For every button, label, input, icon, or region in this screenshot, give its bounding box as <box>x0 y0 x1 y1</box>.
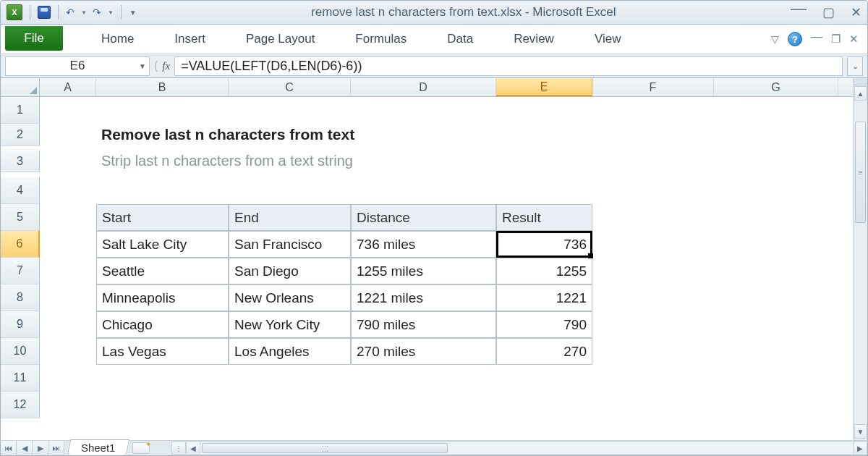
cell[interactable] <box>592 338 714 365</box>
cell[interactable] <box>40 231 96 258</box>
redo-icon[interactable]: ↷ <box>93 7 101 18</box>
row-header[interactable]: 7 <box>1 258 40 284</box>
table-cell[interactable]: 1221 <box>496 284 592 311</box>
mdi-restore-icon[interactable]: ❐ <box>831 33 841 46</box>
cell[interactable] <box>1 172 40 177</box>
scroll-down-icon[interactable]: ▼ <box>854 424 867 439</box>
cell[interactable] <box>592 311 714 338</box>
table-cell[interactable]: 736 <box>496 231 592 258</box>
grid[interactable]: A B C D E F G 1 2 Remove last n characte… <box>1 78 853 440</box>
table-cell[interactable]: 1255 <box>496 258 592 284</box>
hsplit-handle[interactable]: ⋮ <box>171 442 186 455</box>
cell[interactable] <box>229 97 351 124</box>
cell[interactable] <box>96 97 229 124</box>
scroll-left-icon[interactable]: ◀ <box>186 442 200 455</box>
tab-formulas[interactable]: Formulas <box>335 25 427 54</box>
close-icon[interactable]: ✕ <box>851 4 861 20</box>
table-cell[interactable]: 270 <box>496 338 592 365</box>
fx-icon[interactable]: fx <box>162 60 170 72</box>
cell[interactable] <box>496 177 592 204</box>
cell[interactable] <box>496 365 592 392</box>
vscroll-thumb[interactable] <box>855 122 866 223</box>
table-cell[interactable]: New Orleans <box>229 284 351 311</box>
table-cell[interactable]: 790 <box>496 311 592 338</box>
col-header-f[interactable]: F <box>592 78 714 96</box>
cell[interactable] <box>714 204 838 231</box>
undo-icon[interactable]: ↶ <box>66 7 75 18</box>
cell[interactable] <box>40 311 96 338</box>
new-sheet-icon[interactable] <box>132 442 150 454</box>
maximize-icon[interactable]: ▢ <box>822 4 835 20</box>
cell[interactable] <box>96 365 229 392</box>
table-cell[interactable]: Minneapolis <box>96 284 229 311</box>
tab-data[interactable]: Data <box>427 25 493 54</box>
tab-insert[interactable]: Insert <box>154 25 226 54</box>
row-header[interactable]: 8 <box>1 284 40 311</box>
ribbon-minimize-icon[interactable]: ▽ <box>771 33 779 45</box>
table-cell[interactable]: New York City <box>229 311 351 338</box>
cell[interactable] <box>229 392 351 418</box>
cell[interactable] <box>714 177 838 204</box>
row-header[interactable]: 5 <box>1 204 40 231</box>
redo-dropdown-icon[interactable]: ▼ <box>108 9 114 16</box>
col-header-d[interactable]: D <box>351 78 496 96</box>
name-box-dropdown-icon[interactable]: ▼ <box>139 62 146 70</box>
vertical-scrollbar[interactable]: ▲ ▼ <box>853 78 867 440</box>
row-header[interactable]: 1 <box>1 97 40 124</box>
sheet-nav-last-icon[interactable]: ⏭ <box>48 441 64 455</box>
cell[interactable] <box>714 284 838 311</box>
hscroll-track[interactable] <box>200 442 853 455</box>
cell[interactable] <box>40 177 96 204</box>
cell[interactable] <box>592 177 714 204</box>
table-cell[interactable]: Los Angeles <box>229 338 351 365</box>
col-header-c[interactable]: C <box>229 78 351 96</box>
subtitle-cell[interactable]: Strip last n characters from a text stri… <box>96 151 714 172</box>
cell[interactable] <box>40 392 96 418</box>
excel-logo-icon[interactable]: X <box>7 4 22 20</box>
col-header-a[interactable]: A <box>40 78 96 96</box>
cell[interactable] <box>229 365 351 392</box>
help-icon[interactable]: ? <box>788 32 802 46</box>
minimize-icon[interactable]: ― <box>791 0 807 18</box>
cell[interactable] <box>40 338 96 365</box>
title-cell[interactable]: Remove last n characters from text <box>96 124 714 146</box>
row-header[interactable]: 10 <box>1 338 40 365</box>
cell[interactable] <box>40 365 96 392</box>
cell[interactable] <box>351 365 496 392</box>
formula-expand-icon[interactable]: ⌄ <box>847 56 863 76</box>
cell[interactable] <box>40 204 96 231</box>
cell[interactable] <box>714 231 838 258</box>
cell[interactable] <box>714 97 838 124</box>
tab-page-layout[interactable]: Page Layout <box>226 25 335 54</box>
table-cell[interactable]: 790 miles <box>351 311 496 338</box>
row-header[interactable]: 6 <box>1 231 40 258</box>
cell[interactable] <box>351 392 496 418</box>
table-cell[interactable]: Las Vegas <box>96 338 229 365</box>
cell[interactable] <box>714 311 838 338</box>
sheet-nav-prev-icon[interactable]: ◀ <box>17 441 33 455</box>
sheet-tab[interactable]: Sheet1 <box>67 439 129 455</box>
cell[interactable] <box>714 124 838 146</box>
select-all-corner[interactable] <box>1 78 40 96</box>
table-header-distance[interactable]: Distance <box>351 204 496 231</box>
table-header-start[interactable]: Start <box>96 204 229 231</box>
table-cell[interactable]: Seattle <box>96 258 229 284</box>
name-box[interactable]: E6 ▼ <box>5 56 150 76</box>
mdi-minimize-icon[interactable]: ― <box>811 30 822 43</box>
cell[interactable] <box>714 365 838 392</box>
sheet-nav-first-icon[interactable]: ⏮ <box>1 441 17 455</box>
row-header[interactable]: 3 <box>1 151 40 172</box>
row-header[interactable]: 4 <box>1 177 40 204</box>
row-header[interactable]: 9 <box>1 311 40 338</box>
cell[interactable] <box>40 284 96 311</box>
cell[interactable] <box>96 392 229 418</box>
cell[interactable] <box>592 231 714 258</box>
formula-input[interactable]: =VALUE(LEFT(D6,LEN(D6)-6)) <box>174 56 843 76</box>
cell[interactable] <box>229 177 351 204</box>
scroll-right-icon[interactable]: ▶ <box>853 442 867 455</box>
tab-review[interactable]: Review <box>493 25 574 54</box>
split-handle[interactable] <box>854 78 867 85</box>
cell[interactable] <box>96 177 229 204</box>
cell[interactable] <box>714 151 838 172</box>
save-icon[interactable] <box>38 6 51 19</box>
